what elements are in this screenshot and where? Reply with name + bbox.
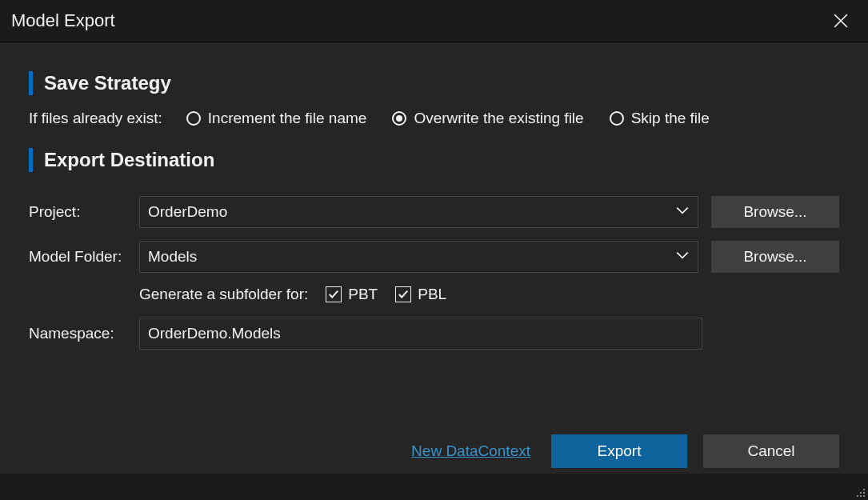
- radio-skip-label: Skip the file: [631, 110, 710, 127]
- export-button-label: Export: [598, 442, 642, 460]
- namespace-row: Namespace: OrderDemo.Models: [29, 318, 839, 350]
- project-browse-label: Browse...: [743, 203, 806, 221]
- project-browse-button[interactable]: Browse...: [711, 196, 839, 228]
- model-folder-label: Model Folder:: [29, 248, 139, 266]
- dialog-title: Model Export: [11, 10, 115, 31]
- radio-skip[interactable]: Skip the file: [610, 110, 710, 127]
- cancel-button-label: Cancel: [747, 442, 794, 460]
- radio-icon: [610, 111, 624, 126]
- close-icon: [834, 14, 848, 28]
- resize-grip-icon[interactable]: [854, 486, 866, 498]
- radio-increment[interactable]: Increment the file name: [186, 110, 367, 127]
- subfolder-pbt-checkbox[interactable]: PBT: [326, 286, 378, 303]
- model-folder-browse-button[interactable]: Browse...: [711, 241, 839, 273]
- chevron-down-icon: [675, 203, 690, 222]
- radio-overwrite[interactable]: Overwrite the existing file: [392, 110, 583, 127]
- save-strategy-heading-text: Save Strategy: [44, 72, 171, 94]
- accent-bar-icon: [29, 71, 33, 95]
- model-folder-combobox[interactable]: Models: [139, 241, 698, 273]
- radio-increment-label: Increment the file name: [208, 110, 367, 127]
- project-label: Project:: [29, 203, 139, 221]
- model-folder-browse-label: Browse...: [743, 248, 806, 266]
- dialog-content: Save Strategy If files already exist: In…: [0, 42, 868, 474]
- radio-icon: [186, 111, 201, 126]
- export-button[interactable]: Export: [551, 434, 687, 468]
- namespace-label: Namespace:: [29, 325, 139, 342]
- save-strategy-row: If files already exist: Increment the fi…: [29, 110, 839, 127]
- close-button[interactable]: [825, 5, 857, 37]
- subfolder-pbt-label: PBT: [348, 286, 378, 303]
- model-folder-row: Model Folder: Models Browse...: [29, 241, 839, 273]
- chevron-down-icon: [675, 248, 690, 266]
- subfolder-pbl-label: PBL: [418, 286, 446, 303]
- checkbox-icon: [326, 286, 342, 302]
- export-destination-heading-text: Export Destination: [44, 149, 214, 171]
- svg-rect-2: [863, 489, 865, 490]
- cancel-button[interactable]: Cancel: [703, 434, 839, 468]
- project-row: Project: OrderDemo Browse...: [29, 196, 839, 228]
- titlebar: Model Export: [0, 0, 868, 42]
- subfolder-prompt: Generate a subfolder for:: [139, 286, 308, 303]
- project-value: OrderDemo: [148, 203, 227, 221]
- namespace-value: OrderDemo.Models: [148, 325, 281, 342]
- export-destination-heading: Export Destination: [29, 148, 839, 172]
- svg-rect-5: [863, 495, 865, 497]
- svg-rect-6: [860, 495, 862, 497]
- namespace-input[interactable]: OrderDemo.Models: [139, 318, 702, 350]
- svg-rect-7: [857, 495, 858, 497]
- svg-rect-3: [863, 492, 865, 494]
- radio-icon: [392, 111, 406, 126]
- model-folder-value: Models: [148, 248, 197, 266]
- subfolder-row: Generate a subfolder for: PBT PBL: [139, 286, 839, 303]
- radio-overwrite-label: Overwrite the existing file: [414, 110, 583, 127]
- save-strategy-prompt: If files already exist:: [29, 110, 162, 127]
- save-strategy-heading: Save Strategy: [29, 71, 839, 95]
- accent-bar-icon: [29, 148, 33, 172]
- subfolder-pbl-checkbox[interactable]: PBL: [395, 286, 446, 303]
- svg-rect-4: [860, 492, 862, 494]
- dialog-footer: New DataContext Export Cancel: [411, 434, 839, 468]
- project-combobox[interactable]: OrderDemo: [139, 196, 698, 228]
- checkbox-icon: [395, 286, 411, 302]
- new-datacontext-link[interactable]: New DataContext: [411, 442, 530, 460]
